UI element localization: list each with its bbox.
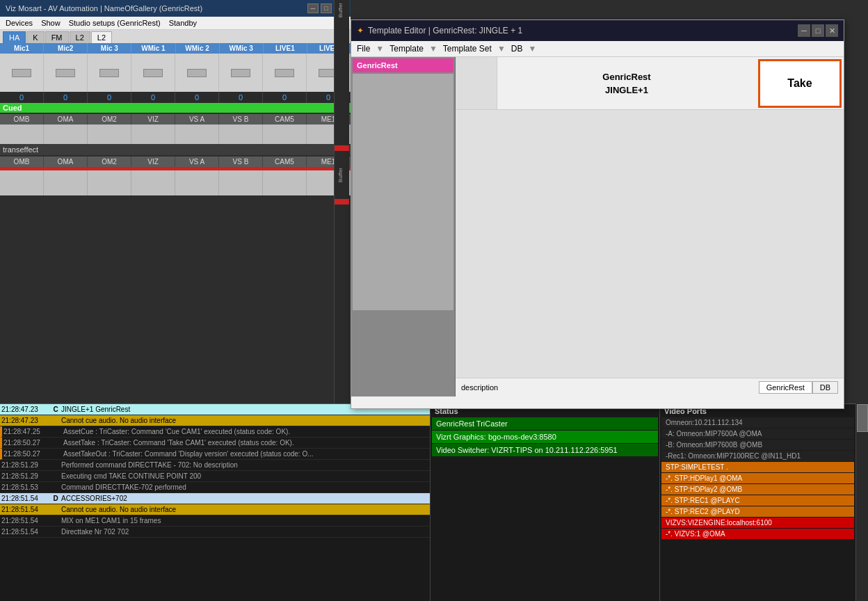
- trans-fader-6[interactable]: [219, 170, 263, 195]
- cued-fader-3[interactable]: [88, 125, 131, 144]
- ch-wmic2: WMic 2: [176, 43, 220, 54]
- te-maximize-button[interactable]: □: [812, 24, 824, 37]
- tab-l2[interactable]: L2: [70, 31, 90, 43]
- val-5: 0: [175, 92, 219, 103]
- menu-devices[interactable]: Devices: [6, 19, 33, 27]
- log-msg: ACCESSORIES+702: [61, 495, 428, 502]
- trans-vsb: VS B: [219, 157, 263, 167]
- menu-show[interactable]: Show: [41, 19, 61, 27]
- log-time: 21:28:51.53: [1, 483, 50, 491]
- minimize-button[interactable]: ─: [307, 3, 319, 13]
- log-row: 21:28:51.54 D ACCESSORIES+702: [0, 493, 430, 504]
- tab-l2-active[interactable]: L2: [91, 31, 112, 43]
- log-row: 21:28:51.54 MIX on ME1 CAM1 in 15 frames: [0, 515, 430, 527]
- log-msg: Directtake Nr 702 702: [61, 528, 428, 536]
- fader-7[interactable]: [263, 54, 307, 92]
- status-item-switcher: Video Switcher: VIZRT-TIPS on 10.211.112…: [432, 444, 658, 456]
- log-code: D: [50, 495, 61, 502]
- tab-fm[interactable]: FM: [45, 31, 69, 43]
- fader-6[interactable]: [219, 54, 263, 92]
- vport-rec1: -Rec1: Omneon:MIP7100REC @IN11_HD1: [661, 451, 854, 461]
- log-time: 21:28:51.54: [1, 495, 50, 502]
- te-sidebar-gray: [353, 74, 453, 310]
- te-title-text: Template Editor | GenricRest: JINGLE + 1: [368, 26, 522, 35]
- fader-3[interactable]: [88, 54, 131, 92]
- tab-k[interactable]: K: [26, 31, 44, 43]
- cued-om2: OM2: [88, 114, 131, 125]
- ch-live1: LIVE1: [264, 43, 307, 54]
- log-row: 21:28:51.29 Executing cmd TAKE CONTINUE …: [0, 471, 430, 482]
- cued-fader-7[interactable]: [263, 125, 307, 144]
- te-take-button[interactable]: Take: [758, 59, 842, 108]
- vport-rec2: -*. STP:REC2 @PLAYD: [661, 506, 854, 517]
- val-3: 0: [88, 92, 131, 103]
- cued-fader-4[interactable]: [131, 125, 175, 144]
- vport-vizvs: VIZVS:VIZENGINE:localhost:6100: [661, 518, 854, 528]
- trans-vsa: VS A: [175, 157, 219, 167]
- log-row: 21:28:47.25 AssetCue : TriCaster: Comman…: [0, 426, 430, 438]
- trans-omb: OMB: [0, 157, 44, 167]
- log-time: 21:28:51.54: [1, 528, 50, 536]
- te-menu-template[interactable]: Template: [389, 44, 424, 54]
- log-msg: MIX on ME1 CAM1 in 15 frames: [61, 517, 428, 524]
- trans-oma: OMA: [44, 157, 88, 167]
- transeffect-faders: [0, 170, 351, 195]
- cued-fader-2[interactable]: [44, 125, 88, 144]
- te-menu-db[interactable]: DB: [511, 44, 523, 54]
- log-msg: Cannot cue audio. No audio interface: [61, 417, 428, 424]
- fader-5[interactable]: [175, 54, 219, 92]
- main-title-bar: Viz Mosart - AV Automation | NameOfGalle…: [0, 0, 351, 17]
- val-7: 0: [263, 92, 307, 103]
- te-controls: ─ □ ✕: [798, 24, 838, 37]
- fader-1[interactable]: [0, 54, 44, 92]
- trans-fader-7[interactable]: [263, 170, 307, 195]
- transeffect-bus-labels: OMB OMA OM2 VIZ VS A VS B CAM5 ME1: [0, 157, 351, 167]
- vport-rec1-playc: -*. STP:REC1 @PLAYC: [661, 495, 854, 506]
- te-title-left: ✦ Template Editor | GenricRest: JINGLE +…: [357, 26, 522, 35]
- tab-ha[interactable]: HA: [3, 31, 26, 43]
- scroll-area[interactable]: [855, 403, 868, 601]
- buffer-red-bar-2: [335, 199, 349, 205]
- log-time: 21:28:51.54: [1, 506, 50, 513]
- te-tab-db[interactable]: DB: [812, 381, 838, 394]
- cued-fader-1[interactable]: [0, 125, 44, 144]
- log-row: 21:28:50.27 AssetTakeOut : TriCaster: Co…: [0, 449, 430, 460]
- cued-fader-5[interactable]: [175, 125, 219, 144]
- trans-fader-5[interactable]: [175, 170, 219, 195]
- te-close-button[interactable]: ✕: [826, 24, 838, 37]
- te-menu-templateset[interactable]: Template Set: [443, 44, 492, 54]
- vport-stp: STP:SIMPLETEST .: [661, 462, 854, 472]
- cued-fader-6[interactable]: [219, 125, 263, 144]
- trans-fader-2[interactable]: [44, 170, 88, 195]
- cued-bus-labels: OMB OMA OM2 VIZ VS A VS B CAM5 ME1: [0, 114, 351, 125]
- te-sidebar-item[interactable]: GenricRest: [353, 58, 453, 72]
- trans-fader-4[interactable]: [131, 170, 175, 195]
- te-description-bar: description GenricRest DB: [456, 378, 844, 396]
- log-time: 21:28:47.23: [1, 417, 50, 424]
- menu-standby[interactable]: Standby: [169, 19, 197, 27]
- te-menu-file[interactable]: File: [357, 44, 370, 54]
- te-icon: ✦: [357, 26, 364, 35]
- cued-faders: [0, 125, 351, 144]
- trans-viz: VIZ: [131, 157, 175, 167]
- log-time: 21:28:51.29: [1, 472, 50, 480]
- log-row: 21:28:47.23 Cannot cue audio. No audio i…: [0, 415, 430, 426]
- log-code: C: [50, 406, 61, 413]
- bottom-section: 21:28:47.23 C JINGLE+1 GenricRest 21:28:…: [0, 403, 868, 601]
- fader-2[interactable]: [44, 54, 88, 92]
- te-header: GenricRest JINGLE+1 Take: [456, 57, 844, 110]
- te-title-bar: ✦ Template Editor | GenricRest: JINGLE +…: [351, 20, 844, 41]
- te-minimize-button[interactable]: ─: [798, 24, 810, 37]
- trans-fader-3[interactable]: [88, 170, 131, 195]
- mixer-values: 0 0 0 0 0 0 0 0: [0, 92, 351, 103]
- scroll-thumb[interactable]: [857, 404, 868, 432]
- maximize-button[interactable]: □: [321, 3, 332, 13]
- menu-studio[interactable]: Studio setups (GenricRest): [69, 19, 161, 27]
- ch-mic1: Mic1: [0, 43, 44, 54]
- te-content: [456, 110, 844, 378]
- buffer-red-bar: [335, 145, 349, 151]
- te-tab-genericrest[interactable]: GenricRest: [759, 381, 812, 394]
- fader-4[interactable]: [131, 54, 175, 92]
- trans-fader-1[interactable]: [0, 170, 44, 195]
- ch-wmic3: WMic 3: [220, 43, 264, 54]
